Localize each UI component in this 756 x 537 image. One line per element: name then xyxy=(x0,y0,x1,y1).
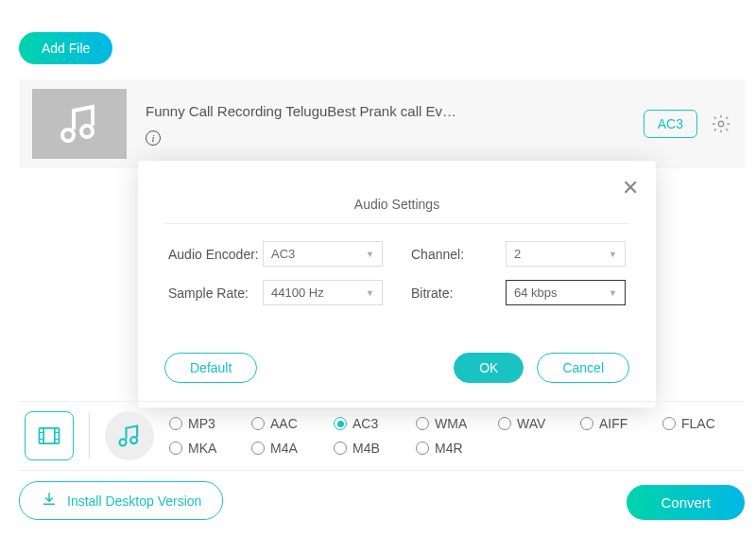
radio-icon xyxy=(498,417,511,430)
gear-icon[interactable] xyxy=(711,113,731,134)
format-label: M4B xyxy=(352,441,380,456)
format-option-aiff[interactable]: AIFF xyxy=(580,416,662,431)
install-desktop-button[interactable]: Install Desktop Version xyxy=(19,481,223,520)
format-label: AC3 xyxy=(352,416,378,431)
format-label: M4A xyxy=(270,441,298,456)
file-info: Funny Call Recording TeluguBest Prank ca… xyxy=(127,103,644,146)
radio-icon xyxy=(251,442,265,455)
format-label: FLAC xyxy=(681,416,715,431)
format-label: MKA xyxy=(188,441,216,456)
default-button[interactable]: Default xyxy=(164,353,257,383)
format-option-mp3[interactable]: MP3 xyxy=(169,416,251,431)
radio-icon xyxy=(169,417,182,430)
music-note-icon xyxy=(57,101,102,147)
sample-label: Sample Rate: xyxy=(168,286,263,301)
format-option-mka[interactable]: MKA xyxy=(169,441,251,456)
format-label: AAC xyxy=(270,416,298,431)
format-label: M4R xyxy=(435,441,463,456)
info-icon[interactable]: i xyxy=(146,130,161,146)
radio-icon xyxy=(416,442,429,455)
close-icon[interactable]: ✕ xyxy=(622,176,639,200)
install-label: Install Desktop Version xyxy=(67,494,201,509)
ok-button[interactable]: OK xyxy=(454,353,524,383)
bitrate-select[interactable]: 64 kbps▼ xyxy=(506,280,626,305)
format-option-ac3[interactable]: AC3 xyxy=(334,416,416,431)
format-bar: MP3AACAC3WMAWAVAIFFFLACMKAM4AM4BM4R xyxy=(19,401,745,471)
channel-field: Channel: 2▼ xyxy=(411,241,626,267)
chevron-down-icon: ▼ xyxy=(366,288,374,298)
radio-icon xyxy=(334,442,347,455)
audio-encoder-field: Audio Encoder: AC3▼ xyxy=(168,241,383,267)
format-option-aac[interactable]: AAC xyxy=(251,416,334,431)
video-tab[interactable] xyxy=(25,411,74,460)
radio-icon xyxy=(251,417,265,430)
chevron-down-icon: ▼ xyxy=(366,250,374,259)
format-option-wma[interactable]: WMA xyxy=(416,416,498,431)
radio-icon xyxy=(662,417,676,430)
file-title: Funny Call Recording TeluguBest Prank ca… xyxy=(146,103,644,119)
bitrate-field: Bitrate: 64 kbps▼ xyxy=(411,280,626,305)
format-grid: MP3AACAC3WMAWAVAIFFFLACMKAM4AM4BM4R xyxy=(160,416,745,456)
download-icon xyxy=(41,491,58,511)
format-label: WAV xyxy=(517,416,545,431)
divider xyxy=(89,413,90,459)
radio-icon xyxy=(416,417,429,430)
film-icon xyxy=(36,423,62,449)
radio-icon xyxy=(169,442,182,455)
format-option-m4b[interactable]: M4B xyxy=(334,441,416,456)
cancel-button[interactable]: Cancel xyxy=(537,353,629,383)
format-label: AIFF xyxy=(599,416,627,431)
sample-select[interactable]: 44100 Hz▼ xyxy=(263,280,383,305)
audio-tab[interactable] xyxy=(105,411,154,460)
format-label: MP3 xyxy=(188,416,215,431)
format-label: WMA xyxy=(435,416,467,431)
convert-button[interactable]: Convert xyxy=(627,485,745,520)
file-row: Funny Call Recording TeluguBest Prank ca… xyxy=(19,79,745,168)
dialog-title: Audio Settings xyxy=(164,191,629,224)
chevron-down-icon: ▼ xyxy=(609,288,617,298)
format-option-m4a[interactable]: M4A xyxy=(251,441,334,456)
audio-settings-dialog: ✕ Audio Settings Audio Encoder: AC3▼ Cha… xyxy=(138,161,656,407)
add-file-button[interactable]: Add File xyxy=(19,32,112,64)
radio-icon xyxy=(580,417,593,430)
encoder-label: Audio Encoder: xyxy=(168,247,263,262)
chevron-down-icon: ▼ xyxy=(609,250,617,259)
radio-icon xyxy=(334,417,347,430)
bitrate-label: Bitrate: xyxy=(411,286,506,301)
svg-rect-1 xyxy=(40,428,60,443)
sample-rate-field: Sample Rate: 44100 Hz▼ xyxy=(168,280,383,305)
encoder-select[interactable]: AC3▼ xyxy=(263,241,383,267)
file-thumbnail xyxy=(32,89,127,159)
channel-label: Channel: xyxy=(411,247,506,262)
format-option-m4r[interactable]: M4R xyxy=(416,441,498,456)
format-option-flac[interactable]: FLAC xyxy=(662,416,745,431)
format-option-wav[interactable]: WAV xyxy=(498,416,580,431)
music-note-icon xyxy=(116,423,143,449)
format-badge[interactable]: AC3 xyxy=(644,110,697,138)
channel-select[interactable]: 2▼ xyxy=(506,241,626,267)
svg-point-0 xyxy=(718,121,724,127)
